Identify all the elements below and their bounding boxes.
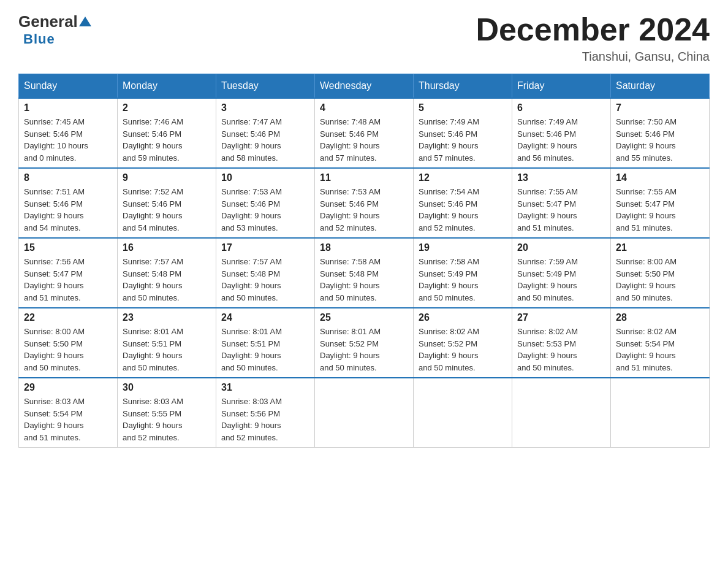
logo-triangle-icon xyxy=(78,15,92,29)
day-number: 26 xyxy=(419,312,507,323)
day-info: Sunrise: 8:01 AMSunset: 5:51 PMDaylight:… xyxy=(221,326,309,373)
table-row: 1Sunrise: 7:45 AMSunset: 5:46 PMDaylight… xyxy=(19,98,118,168)
table-row: 2Sunrise: 7:46 AMSunset: 5:46 PMDaylight… xyxy=(118,98,216,168)
title-section: December 2024 Tianshui, Gansu, China xyxy=(476,12,710,64)
day-info: Sunrise: 8:02 AMSunset: 5:53 PMDaylight:… xyxy=(517,326,605,373)
table-row xyxy=(315,378,414,448)
month-title: December 2024 xyxy=(476,12,710,47)
calendar-week-row: 22Sunrise: 8:00 AMSunset: 5:50 PMDayligh… xyxy=(19,308,710,378)
table-row: 17Sunrise: 7:57 AMSunset: 5:48 PMDayligh… xyxy=(216,238,315,308)
logo-general-text: General xyxy=(18,12,78,31)
table-row: 16Sunrise: 7:57 AMSunset: 5:48 PMDayligh… xyxy=(118,238,216,308)
day-number: 18 xyxy=(320,242,408,253)
day-number: 12 xyxy=(419,172,507,183)
table-row: 14Sunrise: 7:55 AMSunset: 5:47 PMDayligh… xyxy=(611,168,710,238)
logo-blue-text: Blue xyxy=(23,31,55,47)
day-number: 7 xyxy=(616,102,704,113)
day-number: 8 xyxy=(24,172,112,183)
logo: General Blue xyxy=(18,12,93,47)
day-number: 25 xyxy=(320,312,408,323)
day-info: Sunrise: 7:46 AMSunset: 5:46 PMDaylight:… xyxy=(123,116,211,164)
calendar-week-row: 8Sunrise: 7:51 AMSunset: 5:46 PMDaylight… xyxy=(19,168,710,238)
day-info: Sunrise: 7:48 AMSunset: 5:46 PMDaylight:… xyxy=(320,116,408,164)
calendar-week-row: 1Sunrise: 7:45 AMSunset: 5:46 PMDaylight… xyxy=(19,98,710,168)
table-row xyxy=(611,378,710,448)
day-info: Sunrise: 8:02 AMSunset: 5:52 PMDaylight:… xyxy=(419,326,507,373)
table-row: 11Sunrise: 7:53 AMSunset: 5:46 PMDayligh… xyxy=(315,168,414,238)
table-row: 10Sunrise: 7:53 AMSunset: 5:46 PMDayligh… xyxy=(216,168,315,238)
day-info: Sunrise: 8:03 AMSunset: 5:54 PMDaylight:… xyxy=(24,396,112,443)
day-number: 2 xyxy=(123,102,211,113)
col-sunday: Sunday xyxy=(19,74,118,99)
table-row: 26Sunrise: 8:02 AMSunset: 5:52 PMDayligh… xyxy=(414,308,512,378)
day-number: 20 xyxy=(517,242,605,253)
table-row: 25Sunrise: 8:01 AMSunset: 5:52 PMDayligh… xyxy=(315,308,414,378)
table-row: 30Sunrise: 8:03 AMSunset: 5:55 PMDayligh… xyxy=(118,378,216,448)
table-row: 5Sunrise: 7:49 AMSunset: 5:46 PMDaylight… xyxy=(414,98,512,168)
table-row: 29Sunrise: 8:03 AMSunset: 5:54 PMDayligh… xyxy=(19,378,118,448)
day-number: 24 xyxy=(221,312,309,323)
table-row: 24Sunrise: 8:01 AMSunset: 5:51 PMDayligh… xyxy=(216,308,315,378)
table-row: 15Sunrise: 7:56 AMSunset: 5:47 PMDayligh… xyxy=(19,238,118,308)
day-number: 30 xyxy=(123,382,211,393)
day-info: Sunrise: 8:00 AMSunset: 5:50 PMDaylight:… xyxy=(616,256,704,304)
calendar-week-row: 29Sunrise: 8:03 AMSunset: 5:54 PMDayligh… xyxy=(19,378,710,448)
day-number: 6 xyxy=(517,102,605,113)
table-row: 27Sunrise: 8:02 AMSunset: 5:53 PMDayligh… xyxy=(512,308,611,378)
svg-marker-0 xyxy=(79,17,91,26)
day-info: Sunrise: 8:02 AMSunset: 5:54 PMDaylight:… xyxy=(616,326,704,373)
day-info: Sunrise: 7:47 AMSunset: 5:46 PMDaylight:… xyxy=(221,116,309,164)
day-number: 16 xyxy=(123,242,211,253)
day-info: Sunrise: 7:53 AMSunset: 5:46 PMDaylight:… xyxy=(320,186,408,234)
day-info: Sunrise: 7:58 AMSunset: 5:48 PMDaylight:… xyxy=(320,256,408,304)
day-number: 21 xyxy=(616,242,704,253)
col-friday: Friday xyxy=(512,74,611,99)
table-row: 4Sunrise: 7:48 AMSunset: 5:46 PMDaylight… xyxy=(315,98,414,168)
table-row: 22Sunrise: 8:00 AMSunset: 5:50 PMDayligh… xyxy=(19,308,118,378)
calendar-table: Sunday Monday Tuesday Wednesday Thursday… xyxy=(18,74,710,448)
day-number: 27 xyxy=(517,312,605,323)
day-number: 4 xyxy=(320,102,408,113)
day-info: Sunrise: 7:57 AMSunset: 5:48 PMDaylight:… xyxy=(221,256,309,304)
table-row: 7Sunrise: 7:50 AMSunset: 5:46 PMDaylight… xyxy=(611,98,710,168)
day-number: 10 xyxy=(221,172,309,183)
col-thursday: Thursday xyxy=(414,74,512,99)
day-info: Sunrise: 8:03 AMSunset: 5:56 PMDaylight:… xyxy=(221,396,309,443)
page-header: General Blue December 2024 Tianshui, Gan… xyxy=(18,12,710,64)
table-row: 8Sunrise: 7:51 AMSunset: 5:46 PMDaylight… xyxy=(19,168,118,238)
day-info: Sunrise: 8:00 AMSunset: 5:50 PMDaylight:… xyxy=(24,326,112,373)
day-number: 17 xyxy=(221,242,309,253)
day-number: 29 xyxy=(24,382,112,393)
day-number: 19 xyxy=(419,242,507,253)
day-info: Sunrise: 8:03 AMSunset: 5:55 PMDaylight:… xyxy=(123,396,211,443)
table-row: 21Sunrise: 8:00 AMSunset: 5:50 PMDayligh… xyxy=(611,238,710,308)
day-info: Sunrise: 8:01 AMSunset: 5:52 PMDaylight:… xyxy=(320,326,408,373)
day-info: Sunrise: 7:53 AMSunset: 5:46 PMDaylight:… xyxy=(221,186,309,234)
day-info: Sunrise: 7:57 AMSunset: 5:48 PMDaylight:… xyxy=(123,256,211,304)
col-tuesday: Tuesday xyxy=(216,74,315,99)
day-number: 3 xyxy=(221,102,309,113)
table-row xyxy=(512,378,611,448)
table-row: 23Sunrise: 8:01 AMSunset: 5:51 PMDayligh… xyxy=(118,308,216,378)
day-number: 9 xyxy=(123,172,211,183)
table-row: 13Sunrise: 7:55 AMSunset: 5:47 PMDayligh… xyxy=(512,168,611,238)
day-info: Sunrise: 7:45 AMSunset: 5:46 PMDaylight:… xyxy=(24,116,112,164)
location-subtitle: Tianshui, Gansu, China xyxy=(476,50,710,64)
calendar-header-row: Sunday Monday Tuesday Wednesday Thursday… xyxy=(19,74,710,99)
day-number: 15 xyxy=(24,242,112,253)
day-number: 31 xyxy=(221,382,309,393)
calendar-week-row: 15Sunrise: 7:56 AMSunset: 5:47 PMDayligh… xyxy=(19,238,710,308)
day-info: Sunrise: 7:51 AMSunset: 5:46 PMDaylight:… xyxy=(24,186,112,234)
table-row: 9Sunrise: 7:52 AMSunset: 5:46 PMDaylight… xyxy=(118,168,216,238)
col-monday: Monday xyxy=(118,74,216,99)
day-info: Sunrise: 7:58 AMSunset: 5:49 PMDaylight:… xyxy=(419,256,507,304)
day-info: Sunrise: 8:01 AMSunset: 5:51 PMDaylight:… xyxy=(123,326,211,373)
day-info: Sunrise: 7:52 AMSunset: 5:46 PMDaylight:… xyxy=(123,186,211,234)
day-info: Sunrise: 7:56 AMSunset: 5:47 PMDaylight:… xyxy=(24,256,112,304)
col-saturday: Saturday xyxy=(611,74,710,99)
day-info: Sunrise: 7:49 AMSunset: 5:46 PMDaylight:… xyxy=(419,116,507,164)
table-row: 19Sunrise: 7:58 AMSunset: 5:49 PMDayligh… xyxy=(414,238,512,308)
day-number: 11 xyxy=(320,172,408,183)
day-number: 22 xyxy=(24,312,112,323)
day-info: Sunrise: 7:50 AMSunset: 5:46 PMDaylight:… xyxy=(616,116,704,164)
